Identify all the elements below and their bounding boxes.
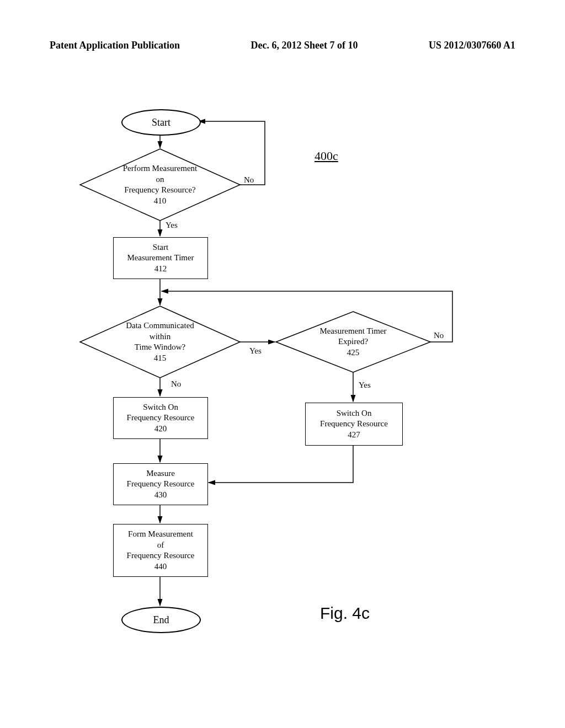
- process-430: Measure Frequency Resource 430: [113, 463, 208, 505]
- d425-line1: Measurement Timer: [319, 326, 386, 335]
- process-427: Switch On Frequency Resource 427: [305, 403, 403, 446]
- page: Patent Application Publication Dec. 6, 2…: [0, 0, 565, 728]
- b427-line3: 427: [348, 430, 360, 439]
- d415-line1: Data Communicated: [126, 321, 194, 330]
- header-right: US 2012/0307660 A1: [429, 40, 515, 51]
- d410-no-label: No: [244, 175, 254, 185]
- figure-label: Fig. 4c: [320, 604, 370, 623]
- b412-line2: Measurement Timer: [127, 253, 194, 262]
- d415-line3: Time Window?: [135, 342, 185, 351]
- d415-line2: within: [150, 332, 170, 341]
- b440-line2: of: [157, 540, 164, 549]
- d415-line4: 415: [154, 354, 167, 362]
- b440-line1: Form Measurement: [128, 529, 193, 538]
- process-412: Start Measurement Timer 412: [113, 237, 208, 279]
- d425-line2: Expired?: [338, 337, 368, 346]
- b420-line1: Switch On: [143, 403, 178, 411]
- d410-line1: Perform Measurement: [123, 164, 198, 173]
- b427-line2: Frequency Resource: [320, 419, 388, 428]
- diagram-title: 400c: [315, 149, 338, 163]
- d410-yes-label: Yes: [166, 221, 178, 230]
- b420-line3: 420: [154, 424, 167, 433]
- decision-410: Perform Measurement on Frequency Resourc…: [80, 149, 240, 221]
- b440-line3: Frequency Resource: [127, 551, 195, 560]
- end-label: End: [153, 614, 169, 626]
- d410-line3: Frequency Resource?: [124, 185, 196, 194]
- b412-line3: 412: [154, 264, 167, 273]
- b440-line4: 440: [154, 562, 167, 571]
- b430-line2: Frequency Resource: [127, 479, 195, 488]
- b430-line3: 430: [154, 490, 167, 499]
- header-middle: Dec. 6, 2012 Sheet 7 of 10: [251, 40, 358, 51]
- process-420: Switch On Frequency Resource 420: [113, 397, 208, 439]
- b420-line2: Frequency Resource: [127, 413, 195, 422]
- start-label: Start: [152, 117, 170, 129]
- d425-line3: 425: [347, 348, 360, 357]
- d415-yes-label: Yes: [249, 346, 262, 356]
- decision-425: Measurement Timer Expired? 425: [276, 312, 430, 372]
- b412-line1: Start: [153, 243, 168, 251]
- decision-415: Data Communicated within Time Window? 41…: [80, 306, 240, 378]
- d415-no-label: No: [171, 379, 181, 389]
- page-header: Patent Application Publication Dec. 6, 2…: [50, 40, 515, 51]
- b427-line1: Switch On: [337, 409, 372, 417]
- b430-line1: Measure: [146, 469, 175, 478]
- start-node: Start: [121, 109, 201, 136]
- header-left: Patent Application Publication: [50, 40, 180, 51]
- d425-no-label: No: [434, 331, 444, 340]
- d410-line4: 410: [154, 196, 167, 205]
- end-node: End: [121, 607, 201, 633]
- process-440: Form Measurement of Frequency Resource 4…: [113, 524, 208, 577]
- d410-line2: on: [156, 175, 164, 184]
- d425-yes-label: Yes: [359, 381, 371, 390]
